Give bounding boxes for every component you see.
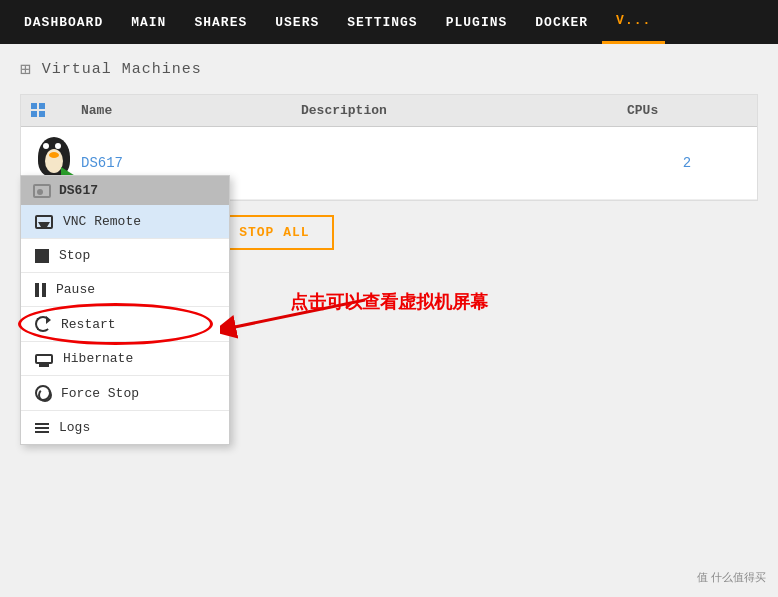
- nav-shares[interactable]: SHARES: [180, 0, 261, 44]
- hibernate-icon: [35, 354, 53, 364]
- nav-dashboard[interactable]: DASHBOARD: [10, 0, 117, 44]
- nav-vms[interactable]: V...: [602, 0, 665, 44]
- stop-all-button[interactable]: STOP ALL: [215, 215, 333, 250]
- page-title: Virtual Machines: [42, 61, 202, 78]
- vm-header-icon: ⊞: [20, 58, 32, 80]
- hdd-icon: [33, 184, 51, 198]
- dropdown-item-stop[interactable]: Stop: [21, 239, 229, 273]
- dropdown-item-pause[interactable]: Pause: [21, 273, 229, 307]
- top-navigation: DASHBOARD MAIN SHARES USERS SETTINGS PLU…: [0, 0, 778, 44]
- forcestop-icon: [35, 385, 51, 401]
- watermark: 值 什么值得买: [697, 570, 766, 585]
- annotation-text: 点击可以查看虚拟机屏幕: [290, 290, 488, 314]
- dropdown-label-restart: Restart: [61, 317, 116, 332]
- nav-main[interactable]: MAIN: [117, 0, 180, 44]
- tux-eye-left: [43, 143, 49, 149]
- nav-settings[interactable]: SETTINGS: [333, 0, 431, 44]
- col-description: Description: [301, 103, 627, 118]
- dropdown-label-vnc: VNC Remote: [63, 214, 141, 229]
- vm-context-menu: DS617 VNC Remote Stop Pause Restart Hibe…: [20, 175, 230, 445]
- nav-docker[interactable]: DOCKER: [521, 0, 602, 44]
- tux-beak: [49, 152, 59, 158]
- logs-icon: [35, 423, 49, 433]
- dropdown-item-vnc-remote[interactable]: VNC Remote: [21, 205, 229, 239]
- dropdown-label-pause: Pause: [56, 282, 95, 297]
- tux-eyes: [43, 143, 61, 149]
- stop-icon: [35, 249, 49, 263]
- dropdown-item-logs[interactable]: Logs: [21, 411, 229, 444]
- table-header: Name Description CPUs: [21, 95, 757, 127]
- svg-line-1: [230, 300, 365, 328]
- arrow-svg: [220, 290, 370, 350]
- dropdown-item-hibernate[interactable]: Hibernate: [21, 342, 229, 376]
- dropdown-label-stop: Stop: [59, 248, 90, 263]
- col-name: Name: [81, 103, 301, 118]
- pause-icon: [35, 283, 46, 297]
- dropdown-item-restart[interactable]: Restart: [21, 307, 229, 342]
- dropdown-item-force-stop[interactable]: Force Stop: [21, 376, 229, 411]
- dropdown-label-logs: Logs: [59, 420, 90, 435]
- tux-eye-right: [55, 143, 61, 149]
- nav-users[interactable]: USERS: [261, 0, 333, 44]
- dropdown-label-forcestop: Force Stop: [61, 386, 139, 401]
- grid-icon: [31, 103, 45, 117]
- dropdown-vm-name: DS617: [59, 183, 98, 198]
- vm-name-link[interactable]: DS617: [81, 155, 301, 171]
- col-icon: [31, 103, 81, 118]
- vm-cpus: 2: [627, 155, 747, 171]
- dropdown-label-hibernate: Hibernate: [63, 351, 133, 366]
- col-cpus: CPUs: [627, 103, 747, 118]
- nav-plugins[interactable]: PLUGINS: [432, 0, 522, 44]
- dropdown-header: DS617: [21, 176, 229, 205]
- vnc-icon: [35, 215, 53, 229]
- restart-icon: [35, 316, 51, 332]
- annotation-arrow: [220, 290, 370, 355]
- vm-page-header: ⊞ Virtual Machines: [20, 58, 758, 80]
